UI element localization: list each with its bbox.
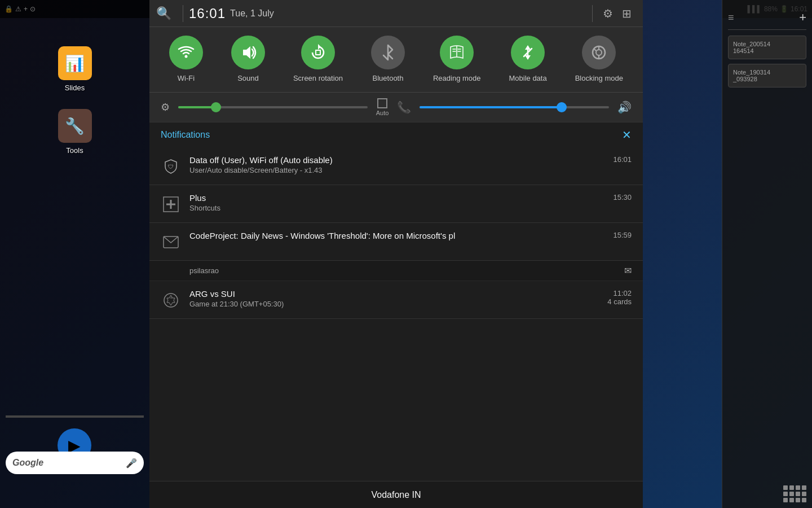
slides-label: Slides: [65, 84, 85, 92]
reading-mode-label: Reading mode: [433, 74, 481, 84]
search-icon[interactable]: 🔍: [156, 6, 171, 21]
quick-toggle-sound[interactable]: Sound: [231, 36, 265, 84]
quick-settings-row: Wi-Fi Sound Screen rotation: [149, 27, 643, 93]
notification-item-codeproject[interactable]: CodeProject: Daily News - Windows 'Thres…: [149, 223, 643, 261]
grid-icon-container[interactable]: [783, 485, 806, 502]
tools-label: Tools: [66, 146, 83, 155]
quick-toggle-screen-rotation[interactable]: Screen rotation: [293, 36, 343, 84]
blocking-mode-label: Blocking mode: [575, 74, 623, 84]
notification-soccer-times: 11:02 4 cards: [607, 289, 632, 306]
shield-icon: 🛡: [161, 156, 181, 177]
right-panel-title: ≡: [728, 12, 734, 24]
mobile-data-icon: [519, 44, 536, 61]
svg-marker-3: [525, 45, 531, 50]
file-name-2: Note_190314 _093928: [733, 69, 801, 82]
right-file-item-1[interactable]: Note_200514 164514: [728, 36, 806, 59]
notification-data-off-content: Data off (User), WiFi off (Auto disable)…: [189, 155, 604, 174]
top-bar-right-divider: [592, 5, 593, 22]
svg-text:🛡: 🛡: [168, 164, 174, 170]
notification-data-off-subtitle: User/Auto disable/Screen/Battery - x1.43: [189, 166, 604, 174]
notifications-title: Notifications: [161, 130, 210, 140]
volume-thumb[interactable]: [557, 102, 567, 112]
notification-panel: 🔍 16:01 Tue, 1 July ⚙ ⊞ Wi-Fi: [149, 0, 643, 508]
quick-toggle-mobile-data[interactable]: Mobile data: [509, 36, 546, 84]
notification-codeproject-content: CodeProject: Daily News - Windows 'Thres…: [189, 231, 604, 240]
google-search-bar[interactable]: Google 🎤: [6, 452, 144, 474]
notification-soccer-time: 11:02: [613, 289, 632, 297]
operator-bar: Vodafone IN: [149, 481, 643, 508]
email-sub-icon: ✉: [624, 265, 632, 276]
notification-plus-subtitle: Shortcuts: [189, 204, 604, 212]
notification-soccer-subtitle: Game at 21:30 (GMT+05:30): [189, 300, 599, 308]
right-panel-header: ≡ +: [728, 6, 806, 30]
quick-toggle-wifi[interactable]: Wi-Fi: [169, 36, 203, 84]
right-file-item-2[interactable]: Note_190314 _093928: [728, 64, 806, 87]
grid-icon: [783, 485, 806, 502]
notification-soccer-content: ARG vs SUI Game at 21:30 (GMT+05:30): [189, 289, 599, 308]
clock-date: Tue, 1 July: [230, 8, 274, 19]
notification-plus-title: Plus: [189, 193, 604, 203]
top-bar: 🔍 16:01 Tue, 1 July ⚙ ⊞: [149, 0, 643, 27]
file-name-1: Note_200514 164514: [733, 41, 801, 54]
svg-point-6: [596, 50, 602, 55]
settings-icon[interactable]: ⚙: [603, 7, 613, 20]
auto-label: Auto: [376, 110, 389, 116]
screen-rotation-icon: [310, 44, 326, 61]
tools-icon: 🔧: [58, 109, 92, 143]
notification-plus-content: Plus Shortcuts: [189, 193, 604, 212]
right-sidebar: ≡ + Note_200514 164514 Note_190314 _0939…: [722, 0, 812, 508]
grid-menu-icon[interactable]: ⊞: [622, 7, 632, 20]
email-icon: [161, 232, 181, 252]
brightness-slider[interactable]: [178, 106, 368, 108]
notification-sub-psilasrao[interactable]: psilasrao ✉: [149, 261, 643, 281]
soccer-ball-icon: [161, 290, 181, 310]
blocking-mode-circle: [582, 36, 616, 69]
wifi-icon: [178, 46, 195, 59]
notification-item-soccer[interactable]: ARG vs SUI Game at 21:30 (GMT+05:30) 11:…: [149, 281, 643, 319]
psilasrao-label: psilasrao: [189, 266, 219, 275]
auto-checkbox[interactable]: [377, 98, 387, 108]
controls-row: ⚙ Auto 📞 🔊: [149, 93, 643, 122]
app-icon-slides[interactable]: 📊 Slides: [58, 46, 92, 92]
volume-slider[interactable]: [420, 106, 609, 108]
auto-brightness-container[interactable]: Auto: [376, 98, 389, 116]
microphone-icon[interactable]: 🎤: [126, 458, 137, 468]
notification-plus-time: 15:30: [613, 193, 632, 202]
bluetooth-label: Bluetooth: [373, 74, 404, 84]
notifications-close-button[interactable]: ✕: [622, 128, 632, 142]
screen-rotation-label: Screen rotation: [293, 74, 343, 84]
notification-item-plus[interactable]: Plus Shortcuts 15:30: [149, 185, 643, 223]
reading-mode-circle: [440, 36, 474, 69]
call-icon: 📞: [397, 100, 411, 114]
notification-soccer-cards: 4 cards: [607, 297, 632, 306]
mobile-data-circle: [511, 36, 545, 69]
right-panel-add-button[interactable]: +: [799, 10, 806, 25]
notification-soccer-title: ARG vs SUI: [189, 289, 599, 299]
plus-icon: [161, 194, 181, 214]
quick-toggle-blocking-mode[interactable]: Blocking mode: [575, 36, 623, 84]
clock-time: 16:01: [189, 6, 226, 21]
brightness-thumb[interactable]: [211, 102, 221, 112]
wifi-circle: [169, 36, 203, 69]
app-icon-tools[interactable]: 🔧 Tools: [58, 109, 92, 155]
sound-circle: [231, 36, 265, 69]
svg-marker-4: [525, 55, 531, 60]
slides-icon: 📊: [58, 46, 92, 80]
volume-fill: [420, 106, 562, 108]
quick-toggle-reading-mode[interactable]: Reading mode: [433, 36, 481, 84]
notification-data-off-time: 16:01: [613, 155, 632, 164]
bluetooth-circle: [371, 36, 405, 69]
quick-toggle-bluetooth[interactable]: Bluetooth: [371, 36, 405, 84]
mobile-data-label: Mobile data: [509, 74, 546, 84]
bluetooth-icon: [382, 44, 394, 61]
top-bar-left-divider: [183, 5, 183, 22]
svg-marker-2: [318, 44, 321, 50]
notification-item-data-off[interactable]: 🛡 Data off (User), WiFi off (Auto disabl…: [149, 147, 643, 185]
notification-codeproject-title: CodeProject: Daily News - Windows 'Thres…: [189, 231, 604, 240]
brightness-icon: ⚙: [161, 101, 170, 113]
divider: [6, 415, 144, 418]
sound-settings-icon[interactable]: 🔊: [617, 100, 632, 114]
sound-label: Sound: [237, 74, 259, 84]
wifi-label: Wi-Fi: [178, 74, 195, 84]
screen-rotation-circle: [301, 36, 335, 69]
